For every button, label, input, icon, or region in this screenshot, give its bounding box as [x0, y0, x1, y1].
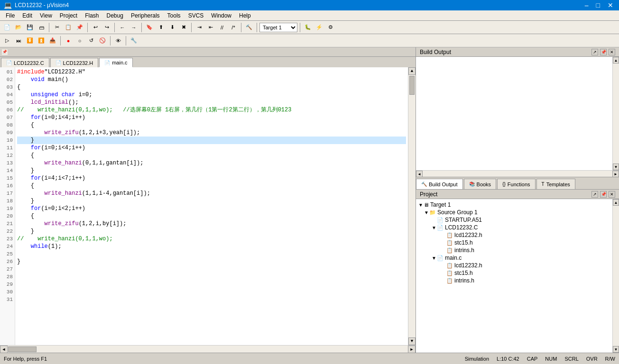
- menu-item-edit[interactable]: Edit: [18, 11, 36, 20]
- nav-back-button[interactable]: ←: [117, 22, 128, 33]
- tree-stc15h-2[interactable]: 📋 stc15.h: [416, 269, 612, 277]
- line-numbers: 01 02 03 04 05 06 07 08 09 10 11 12 13 1…: [0, 67, 15, 345]
- step-over[interactable]: ⏭: [13, 36, 24, 46]
- cut-button[interactable]: ✂: [52, 22, 62, 33]
- run-to-cursor[interactable]: ▷: [2, 36, 12, 46]
- bo-scroll-down[interactable]: ▼: [613, 164, 619, 170]
- nav-forward-button[interactable]: →: [129, 22, 139, 33]
- menu-item-project[interactable]: Project: [56, 11, 81, 20]
- save-button[interactable]: 💾: [25, 22, 35, 33]
- menu-item-help[interactable]: Help: [235, 11, 255, 20]
- tree-intrins2[interactable]: 📋 intrins.h: [416, 277, 612, 284]
- project-vscrollbar[interactable]: ▲ ▼: [612, 199, 619, 353]
- scroll-left-btn[interactable]: ◄: [0, 346, 8, 353]
- run-button[interactable]: ●: [63, 36, 74, 46]
- prev-bookmark-button[interactable]: ⬆: [156, 22, 166, 33]
- view-button[interactable]: 👁: [113, 36, 123, 46]
- bo-tab-build-output[interactable]: 🔨 Build Output: [416, 179, 463, 189]
- editor-vscrollbar[interactable]: ▲ ▼: [408, 67, 416, 345]
- bo-float-btn[interactable]: ↗: [591, 49, 598, 55]
- indent-button[interactable]: ⇥: [194, 22, 204, 33]
- hscroll-track[interactable]: [8, 346, 408, 353]
- save-all-button[interactable]: 🗃: [36, 22, 46, 33]
- scroll-thumb[interactable]: [409, 76, 415, 95]
- proj-scroll-down[interactable]: ▼: [613, 346, 619, 353]
- scroll-track[interactable]: [408, 75, 416, 337]
- bo-tab-functions[interactable]: {} Functions: [497, 179, 535, 189]
- scroll-down-btn[interactable]: ▼: [408, 337, 416, 345]
- options-button[interactable]: ⚙: [325, 22, 336, 33]
- proj-scroll-up[interactable]: ▲: [613, 199, 619, 206]
- copy-button[interactable]: 📋: [63, 22, 74, 33]
- code-content[interactable]: #include"LCD12232.H" void main() { unsig…: [15, 67, 408, 345]
- bo-tab-books[interactable]: 📚 Books: [464, 179, 497, 189]
- bo-scroll-track[interactable]: [613, 64, 619, 164]
- tree-mainc[interactable]: ▼ 📄 main.c: [416, 254, 612, 262]
- proj-scroll-track[interactable]: [613, 206, 619, 346]
- bo-scroll-left[interactable]: ◄: [416, 171, 423, 177]
- scroll-right-btn[interactable]: ►: [408, 346, 416, 353]
- menu-item-svcs[interactable]: SVCS: [185, 11, 208, 20]
- bo-scroll-up[interactable]: ▲: [613, 57, 619, 64]
- tree-startup[interactable]: 📄 STARTUP.A51: [416, 216, 612, 224]
- bo-hscroll-track[interactable]: [423, 171, 612, 177]
- comment-button[interactable]: //: [217, 22, 227, 33]
- unindent-button[interactable]: ⇤: [205, 22, 216, 33]
- undo-button[interactable]: ↩: [90, 22, 101, 33]
- tab-mainc[interactable]: 📄 main.c: [99, 58, 132, 67]
- build-output-hscrollbar[interactable]: ◄ ►: [416, 170, 619, 177]
- build-button[interactable]: 🔨: [244, 22, 254, 33]
- settings-button[interactable]: 🔧: [129, 36, 139, 46]
- paste-button[interactable]: 📌: [74, 22, 85, 33]
- tree-sourcegroup1[interactable]: ▼ 📁 Source Group 1: [416, 209, 612, 216]
- scroll-up-btn[interactable]: ▲: [408, 67, 416, 75]
- debug-button[interactable]: 🐛: [303, 22, 313, 33]
- pin-button[interactable]: 📌: [2, 49, 8, 55]
- build-output-vscrollbar[interactable]: ▲ ▼: [612, 57, 619, 170]
- step-into[interactable]: ⏬: [25, 36, 35, 46]
- open-file-button[interactable]: 📂: [13, 22, 24, 33]
- target-select[interactable]: Target 1: [259, 23, 297, 32]
- next-bookmark-button[interactable]: ⬇: [167, 22, 177, 33]
- menu-item-flash[interactable]: Flash: [81, 11, 102, 20]
- minimize-button[interactable]: –: [583, 1, 591, 9]
- tree-target1[interactable]: ▼ 🖥 Target 1: [416, 201, 612, 209]
- menu-item-tools[interactable]: Tools: [164, 11, 185, 20]
- maximize-button[interactable]: □: [594, 1, 602, 9]
- kill-button[interactable]: 🚫: [97, 36, 108, 46]
- proj-close-btn[interactable]: ✕: [609, 191, 615, 198]
- bo-tab-templates[interactable]: T Templates: [536, 179, 575, 189]
- proj-float-btn[interactable]: ↗: [591, 191, 598, 198]
- tree-stc15h-1[interactable]: 📋 stc15.h: [416, 239, 612, 246]
- menu-item-view[interactable]: View: [36, 11, 56, 20]
- menu-item-peripherals[interactable]: Peripherals: [127, 11, 164, 20]
- menu-item-debug[interactable]: Debug: [103, 11, 127, 20]
- load-button[interactable]: 📥: [47, 36, 58, 46]
- hscroll-thumb[interactable]: [8, 346, 37, 352]
- code-editor[interactable]: 01 02 03 04 05 06 07 08 09 10 11 12 13 1…: [0, 67, 416, 345]
- tree-lcd12232c[interactable]: ▼ 📄 LCD12232.C: [416, 224, 612, 231]
- bo-pin-btn[interactable]: 📌: [600, 49, 607, 55]
- new-file-button[interactable]: 📄: [2, 22, 12, 33]
- close-button[interactable]: ✕: [606, 1, 615, 9]
- tree-intrins1[interactable]: 📋 intrins.h: [416, 246, 612, 254]
- bo-close-btn[interactable]: ✕: [609, 49, 615, 55]
- bo-scroll-right[interactable]: ►: [612, 171, 619, 177]
- redo-button[interactable]: ↪: [102, 22, 112, 33]
- flash-button[interactable]: ⚡: [314, 22, 324, 33]
- tab-lcd12232c[interactable]: 📄 LCD12232.C: [1, 58, 49, 67]
- menu-item-window[interactable]: Window: [207, 11, 235, 20]
- proj-pin-btn[interactable]: 📌: [600, 191, 607, 198]
- bookmark-button[interactable]: 🔖: [144, 22, 155, 33]
- menu-item-file[interactable]: File: [2, 11, 18, 20]
- editor-hscrollbar[interactable]: ◄ ►: [0, 345, 416, 353]
- reset-button[interactable]: ↺: [86, 36, 96, 46]
- code-line-17: write_hanzi(1,1,i-4,gantan[i]);: [17, 190, 406, 197]
- uncomment-button[interactable]: /*: [228, 22, 239, 33]
- tree-lcd12232h-1[interactable]: 📋 lcd12232.h: [416, 231, 612, 239]
- tree-lcd12232h-2[interactable]: 📋 lcd12232.h: [416, 262, 612, 269]
- tab-lcd12232h[interactable]: 📄 LCD12232.H: [50, 58, 99, 67]
- step-out[interactable]: ⏫: [36, 36, 46, 46]
- stop-button[interactable]: ○: [74, 36, 85, 46]
- clear-bookmark-button[interactable]: ✖: [178, 22, 189, 33]
